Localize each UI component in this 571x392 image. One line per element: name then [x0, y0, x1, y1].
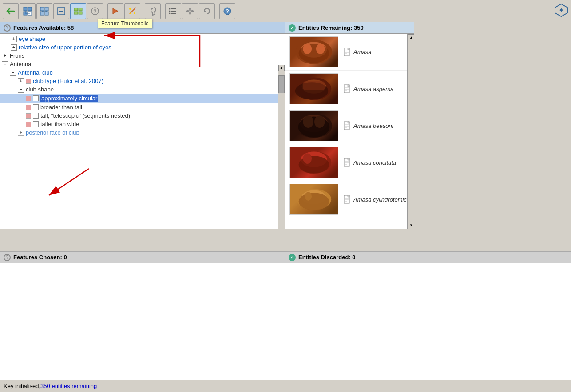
features-scrollbar[interactable]: ▲ ▼	[278, 65, 285, 229]
list-item[interactable]: + posterior face of club	[0, 128, 285, 137]
svg-point-39	[299, 44, 329, 63]
list-item[interactable]: broader than tall	[0, 103, 285, 111]
entity-row[interactable]: Amasa aspersa	[285, 71, 414, 107]
main-content: ? Features Available: 58 + eye shape + r…	[0, 22, 571, 380]
item-label: taller than wide	[40, 121, 79, 127]
btn-collapse-all[interactable]	[53, 3, 69, 19]
btn-back[interactable]	[3, 3, 19, 19]
svg-text:✦: ✦	[559, 7, 564, 14]
entity-thumb-amasa-beesoni	[289, 110, 338, 141]
checkbox[interactable]	[33, 95, 39, 101]
entities-discarded-content	[285, 263, 571, 380]
btn-help-main[interactable]: ?	[219, 3, 235, 19]
btn-feature-thumbnails[interactable]	[70, 3, 86, 19]
svg-point-59	[314, 115, 325, 127]
tooltip-feature-thumbnails: Feature Thumbnails	[98, 19, 152, 28]
expand-icon[interactable]: −	[2, 61, 8, 67]
entity-row[interactable]: Amasa beesoni	[285, 107, 414, 144]
list-item[interactable]: − club shape	[0, 85, 285, 94]
svg-point-23	[129, 8, 131, 10]
status-key-text: Key initialised,	[4, 383, 40, 389]
item-label: posterior face of club	[26, 129, 79, 136]
scroll-up[interactable]: ▲	[278, 65, 285, 71]
scroll-up-entities[interactable]: ▲	[408, 34, 414, 40]
entities-discarded-title: Entities Discarded: 0	[298, 254, 356, 261]
expand-icon[interactable]: +	[11, 36, 17, 42]
entity-name: Amasa	[353, 49, 371, 55]
item-label: relative size of upper portion of eyes	[19, 44, 111, 51]
btn-gear[interactable]	[182, 3, 198, 19]
features-list[interactable]: + eye shape + relative size of upper por…	[0, 34, 285, 229]
svg-point-75	[305, 192, 312, 201]
expand-icon[interactable]: +	[18, 78, 24, 84]
item-label: approximately circular	[40, 95, 98, 102]
features-chosen: ? Features Chosen: 0	[0, 252, 285, 380]
entities-scrollbar[interactable]: ▲ ▼	[407, 34, 414, 229]
btn-wrench[interactable]	[145, 3, 161, 19]
entity-thumb-amasa-concitata	[289, 147, 338, 178]
checkbox[interactable]	[33, 121, 39, 127]
toolbar-right-icon: ✦	[554, 3, 568, 19]
list-item[interactable]: + relative size of upper portion of eyes	[0, 43, 285, 51]
entity-row[interactable]: Amasa concitata	[285, 144, 414, 181]
btn-refresh[interactable]	[199, 3, 215, 19]
svg-rect-16	[79, 8, 82, 11]
list-item[interactable]: tall, "telescopic" (segments nested)	[0, 111, 285, 120]
entities-remaining-icon	[289, 24, 296, 32]
color-box	[26, 122, 31, 127]
item-label: broader than tall	[40, 104, 82, 111]
btn-list[interactable]	[165, 3, 181, 19]
svg-rect-15	[74, 8, 78, 11]
svg-point-32	[189, 10, 191, 12]
svg-rect-18	[79, 12, 82, 14]
svg-point-24	[134, 12, 135, 14]
svg-point-41	[316, 44, 325, 54]
item-label: club shape	[26, 86, 54, 93]
features-chosen-content	[0, 263, 285, 380]
expand-icon[interactable]: +	[18, 130, 24, 136]
entity-icon-doc	[344, 48, 353, 56]
btn-wand[interactable]	[124, 3, 140, 19]
btn-help-circle[interactable]: ?	[87, 3, 103, 19]
entity-list[interactable]: Amasa Amasa aspersa	[285, 34, 414, 229]
list-item[interactable]: − Antenna	[0, 60, 285, 68]
checkbox[interactable]	[33, 113, 39, 119]
entity-row[interactable]: Amasa	[285, 34, 414, 71]
entities-discarded-header: Entities Discarded: 0	[285, 252, 571, 263]
entity-row[interactable]: Amasa cylindrotomica	[285, 181, 414, 218]
entity-thumb-amasa-aspersa	[289, 73, 338, 104]
expand-icon[interactable]: −	[10, 70, 16, 76]
scroll-down-entities[interactable]: ▼	[408, 222, 414, 228]
checkbox[interactable]	[33, 104, 39, 110]
btn-arrow-right[interactable]	[107, 3, 123, 19]
entity-thumb-amasa	[289, 36, 338, 67]
list-item[interactable]: + eye shape	[0, 35, 285, 43]
entity-name: Amasa concitata	[353, 159, 396, 166]
scroll-thumb[interactable]	[278, 75, 285, 93]
svg-rect-8	[40, 12, 44, 15]
expand-icon[interactable]: +	[11, 44, 17, 51]
color-box	[26, 105, 31, 110]
svg-line-22	[135, 8, 136, 8]
list-item[interactable]: + club type (Hulcr et al. 2007)	[0, 77, 285, 85]
scroll-track-entities	[408, 41, 414, 222]
svg-point-74	[299, 193, 329, 210]
list-item[interactable]: − Antennal club	[0, 68, 285, 77]
entity-name: Amasa beesoni	[353, 123, 393, 129]
list-item[interactable]: taller than wide	[0, 120, 285, 128]
entities-discarded: Entities Discarded: 0	[285, 252, 571, 380]
svg-rect-50	[303, 81, 325, 90]
svg-point-57	[298, 116, 330, 137]
toolbar: ? ? Feature Thumbnails ✦	[0, 0, 571, 22]
expand-icon[interactable]: +	[2, 53, 8, 59]
status-highlight-text: 350 entities remaining	[40, 383, 97, 389]
btn-tree[interactable]	[20, 3, 36, 19]
list-item[interactable]: approximately circular	[0, 94, 285, 103]
btn-expand-all[interactable]	[36, 3, 52, 19]
entity-icon-doc	[344, 158, 353, 167]
color-box	[26, 113, 31, 119]
expand-icon[interactable]: −	[18, 87, 24, 93]
entities-remaining-header: Entities Remaining: 350	[285, 22, 414, 34]
list-item[interactable]: + Frons	[0, 51, 285, 60]
features-available-title: Features Available: 58	[13, 24, 74, 31]
